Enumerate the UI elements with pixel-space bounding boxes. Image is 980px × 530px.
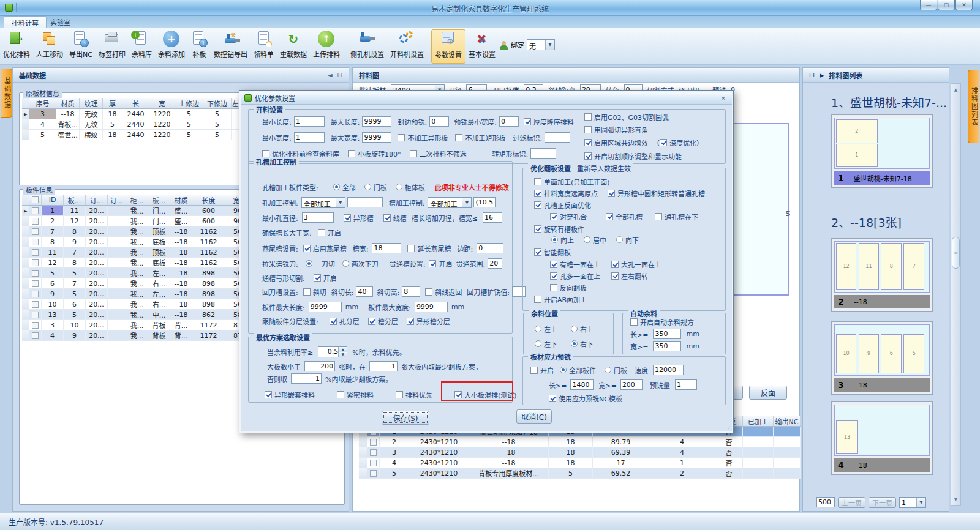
select-all-checkbox[interactable]: [32, 196, 39, 203]
door-radio[interactable]: [605, 367, 611, 373]
stress-width-input[interactable]: [620, 379, 643, 390]
nesting-priority-checkbox[interactable]: [396, 391, 403, 398]
rotate180-checkbox[interactable]: [348, 150, 355, 157]
skip-shaped-checkbox[interactable]: [398, 134, 405, 141]
shaped-slot-layer-checkbox[interactable]: [407, 318, 414, 325]
remnant-add-button[interactable]: + 余料添加: [155, 29, 188, 64]
row-checkbox[interactable]: [32, 291, 39, 297]
region-shared-edge-checkbox[interactable]: [584, 139, 592, 146]
cancel-button[interactable]: 取消(C): [516, 409, 552, 424]
slot-width-limit-input[interactable]: [483, 212, 502, 223]
reverse-flip-checkbox[interactable]: [550, 284, 557, 291]
hole-control-input[interactable]: [347, 197, 383, 207]
row-checkbox[interactable]: [32, 280, 39, 287]
table-row[interactable]: 10 6 20... 我... 右... --18 898 568: [22, 299, 255, 310]
premill-min-width-input[interactable]: [499, 116, 519, 127]
row-checkbox[interactable]: [32, 312, 39, 318]
sidebar-tab-basic-data[interactable]: 基础数据: [1, 69, 12, 118]
slot-layer-checkbox[interactable]: [368, 318, 375, 325]
remnant-width-input[interactable]: [653, 341, 681, 351]
sidebar-tab-nesting-list[interactable]: 排料图列表: [968, 70, 979, 143]
sheet-thumbnail-4[interactable]: 13 4 --18: [831, 401, 933, 475]
chevron-right-icon[interactable]: ▶: [820, 72, 824, 78]
auto-remnant-checkbox[interactable]: [630, 318, 638, 326]
type-all-radio[interactable]: [333, 184, 340, 190]
stress-length-input[interactable]: [570, 379, 594, 390]
bevel-length-input[interactable]: [356, 286, 373, 297]
next-page-button[interactable]: 下一页: [869, 497, 896, 508]
optimize-nesting-button[interactable]: → 优化排料: [0, 29, 33, 64]
bevel-cut-checkbox[interactable]: [303, 288, 311, 296]
cnc-drill-export-button[interactable]: ⚒ 数控钻导出: [211, 29, 251, 64]
row-checkbox[interactable]: [32, 301, 39, 308]
slot-control-input[interactable]: [473, 197, 496, 207]
line-slot-checkbox[interactable]: [383, 214, 391, 222]
left-right-flip-checkbox[interactable]: [611, 272, 619, 280]
tight-nesting-checkbox[interactable]: [337, 391, 344, 398]
slot-side-up-checkbox[interactable]: [550, 261, 557, 268]
hole-layer-checkbox[interactable]: [330, 318, 337, 325]
middle-radio[interactable]: [584, 236, 590, 243]
single-side-checkbox[interactable]: [534, 178, 541, 185]
bevel-return-checkbox[interactable]: [425, 288, 432, 296]
table-row[interactable]: 8 9 20... 我... 底板 --18 1162 568: [22, 237, 255, 247]
remnant-library-button[interactable]: + 余料库: [129, 29, 155, 64]
page-select[interactable]: 1▼: [899, 497, 926, 508]
to-rect-flag-input[interactable]: [530, 148, 556, 159]
circle-rect-convert-checkbox[interactable]: [608, 190, 615, 197]
part-max-width-input[interactable]: [415, 302, 448, 312]
bottom-right-radio[interactable]: [571, 340, 578, 347]
minimize-button[interactable]: —: [920, 0, 937, 10]
second-nesting-checkbox[interactable]: [410, 150, 417, 157]
thickness-desc-checkbox[interactable]: [524, 118, 531, 125]
shaped-slot-checkbox[interactable]: [344, 214, 351, 222]
bow-cut-checkbox[interactable]: [314, 274, 321, 282]
sheet-caption[interactable]: 1 盛世胡桃-未知7-18: [834, 171, 930, 185]
row-checkbox[interactable]: [32, 322, 39, 329]
premill-amount-input[interactable]: [675, 379, 697, 390]
remnant-rate-spinner[interactable]: ▲▼: [318, 346, 347, 357]
check-remnant-checkbox[interactable]: [262, 150, 270, 157]
table-row[interactable]: 2 12 20... 我... 门... 盛... 600 900: [22, 216, 255, 226]
vertical-scrollbar[interactable]: ▲ ≡ ▼: [951, 83, 961, 506]
table-row[interactable]: 3 10 20... 我... 背板 背... 1172 872: [22, 320, 255, 330]
dovetail-width-input[interactable]: [372, 243, 401, 253]
bevel-height-input[interactable]: [402, 286, 420, 297]
sheet-thumbnail-2[interactable]: 12 11 8 7 2 --18: [831, 238, 933, 312]
min-length-input[interactable]: [294, 116, 325, 127]
patch-board-button[interactable]: + 补板: [188, 29, 211, 64]
more-holes-up-checkbox[interactable]: [550, 272, 557, 280]
hole-control-select[interactable]: 全部加工▼: [301, 197, 345, 208]
reload-data-button[interactable]: ↻ 重载数据: [277, 29, 310, 64]
dialog-title-bar[interactable]: 优化参数设置 ✕: [241, 92, 732, 105]
table-row[interactable]: 3 2430*1210 --18 18 69.39 4 否: [359, 447, 801, 458]
sheet-caption[interactable]: 4 --18: [834, 458, 930, 472]
smart-flip-checkbox[interactable]: [534, 248, 541, 256]
material-list-button[interactable]: ● 领料单: [251, 29, 277, 64]
prev-page-button[interactable]: 上一页: [838, 497, 865, 508]
table-row[interactable]: 5 5 20... 我... 左... --18 898 568: [22, 268, 255, 278]
slot-control-select[interactable]: 全部加工▼: [428, 197, 472, 208]
through-slot-under-checkbox[interactable]: [655, 213, 662, 220]
scroll-down-icon[interactable]: ▼: [951, 495, 960, 504]
away-origin-checkbox[interactable]: [534, 190, 541, 197]
table-row[interactable]: 1 11 20... 我... 门... 盛... 600 900: [22, 206, 255, 216]
arrow-left-icon[interactable]: ◄: [328, 72, 333, 78]
table-row[interactable]: 9 5 20... 我... 左... --18 898 568: [22, 289, 255, 299]
row-checkbox[interactable]: [370, 449, 377, 456]
two-cut-radio[interactable]: [342, 260, 349, 267]
g02-arc-checkbox[interactable]: [584, 113, 592, 121]
table-row[interactable]: 6 7 20... 我... 右... --18 898 568: [22, 278, 255, 289]
parameter-settings-button[interactable]: ⚙ 参数设置: [431, 29, 466, 64]
row-checkbox[interactable]: [32, 249, 39, 256]
tab-nesting-calc[interactable]: 排料计算: [4, 16, 47, 28]
maximize-button[interactable]: ▢: [938, 0, 955, 10]
row-checkbox[interactable]: [32, 207, 39, 214]
all-hole-slot-checkbox[interactable]: [606, 213, 613, 220]
percent-input[interactable]: [291, 373, 322, 384]
type-cabinet-radio[interactable]: [396, 184, 402, 190]
down-radio[interactable]: [616, 236, 623, 243]
max-width-input[interactable]: [362, 132, 391, 143]
extend-dovetail-checkbox[interactable]: [407, 245, 415, 252]
part-max-length-input[interactable]: [309, 302, 342, 312]
